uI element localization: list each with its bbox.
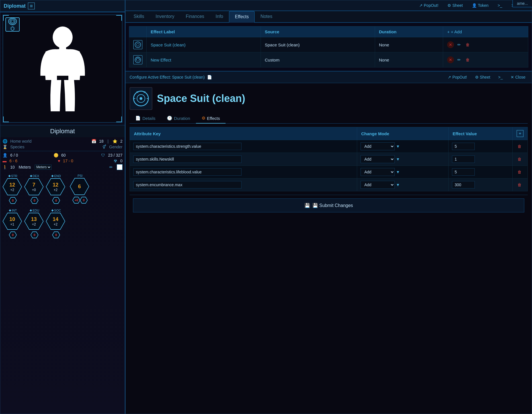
col-source: Source <box>261 26 375 37</box>
edu-mod: +2 <box>32 222 36 226</box>
tab-info[interactable]: Info <box>210 11 229 23</box>
attr-mode-select-3[interactable]: AddSubtractMultiplyDivideOverride <box>361 181 395 189</box>
submit-changes-button[interactable]: 💾 💾 Submit Changes <box>133 198 524 212</box>
tab-finances[interactable]: Finances <box>180 11 210 23</box>
gender-label: Gender <box>109 145 122 149</box>
attr-value-input-1[interactable] <box>452 155 475 163</box>
sheet-button[interactable]: ⚙ Sheet <box>445 2 465 9</box>
add-attribute-row-button[interactable]: + <box>517 130 523 137</box>
effect-delete-btn-1[interactable]: 🗑 <box>464 56 471 63</box>
hex-dex-sub: 0 <box>30 197 38 204</box>
svg-point-2 <box>11 27 14 30</box>
configure-popout-button[interactable]: ↗ PopOut! <box>445 74 469 81</box>
attr-key-cell-2 <box>130 166 357 179</box>
xp-value: 60 <box>61 153 66 157</box>
movement-dropdown[interactable]: Meters <box>35 165 52 170</box>
attr-int: ◆ INT 10 +1 0 <box>3 208 23 238</box>
attr-delete-btn-1[interactable]: 🗑 <box>516 156 523 163</box>
attr-value-input-2[interactable] <box>452 168 475 176</box>
attr-delete-btn-0[interactable]: 🗑 <box>516 143 523 150</box>
attr-key-input-0[interactable] <box>133 143 242 150</box>
terminal-label-cfg: >_ <box>498 75 503 79</box>
attr-delete-cell-3: 🗑 <box>513 179 528 191</box>
effect-delete-btn-0[interactable]: 🗑 <box>464 41 471 48</box>
close-label-cfg: ✕ Close <box>511 75 525 79</box>
attr-delete-btn-3[interactable]: 🗑 <box>516 181 523 188</box>
configure-close-button[interactable]: ✕ Close <box>508 74 528 81</box>
hex-int-sub: 0 <box>9 231 17 238</box>
diamond-icon-end: ◆ <box>51 174 54 178</box>
attr-value-input-3[interactable] <box>452 181 475 188</box>
tab-skills[interactable]: Skills <box>128 11 150 23</box>
hex-psi[interactable]: 6 <box>70 178 90 196</box>
plus-icon-add: + <box>447 29 450 34</box>
effect-edit-btn-1[interactable]: ✏ <box>456 56 463 63</box>
sub-tab-duration[interactable]: 🕐 Duration <box>161 113 196 124</box>
attribute-effects-table: Attribute Key Change Mode Effect Value + <box>130 127 528 191</box>
diamond-icon-dex: ◆ <box>30 174 32 178</box>
add-effect-button[interactable]: + + Add <box>447 29 462 34</box>
token-button[interactable]: 👤 Token <box>470 2 491 9</box>
tab-effects[interactable]: Effects <box>229 11 255 23</box>
attr-value-input-0[interactable] <box>452 143 475 150</box>
effect-disable-btn-0[interactable]: ✕ <box>447 41 454 48</box>
tab-notes[interactable]: Notes <box>255 11 278 23</box>
configure-sheet-button[interactable]: ⚙ Sheet <box>473 74 493 81</box>
hp-value: 6 / 0 <box>10 153 18 157</box>
stats-area: 🌐 Home world 📅 18 | ⭐ 2 ⌛ Species ⚥ Gend… <box>0 137 125 172</box>
tab-skills-label: Skills <box>134 14 144 19</box>
char-title: Diplomat <box>4 3 26 9</box>
person-icon: 👤 <box>3 153 7 157</box>
add-label: + Add <box>451 29 462 34</box>
color-swatch[interactable] <box>117 164 122 170</box>
svg-point-1 <box>11 20 14 23</box>
popout-icon: ↗ <box>419 3 423 8</box>
sub-tab-effects[interactable]: ⚙ Effects <box>196 113 226 124</box>
sub-tab-details[interactable]: 📄 Details <box>130 113 161 124</box>
attr-end: ◆ END 12 +2 0 <box>46 174 66 204</box>
tab-inventory[interactable]: Inventory <box>150 11 180 23</box>
character-silhouette <box>37 26 88 111</box>
end-value: 12 <box>53 182 58 188</box>
credits-value: 23 / 327 <box>108 153 122 157</box>
hex-end[interactable]: 12 +2 <box>46 178 66 196</box>
hex-dex[interactable]: 7 +0 <box>24 178 45 196</box>
attr-mode-select-1[interactable]: AddSubtractMultiplyDivideOverride <box>361 155 395 163</box>
attr-mode-select-0[interactable]: AddSubtractMultiplyDivideOverride <box>361 142 395 150</box>
attr-key-input-2[interactable] <box>133 168 242 176</box>
psi-value: 6 <box>78 184 81 190</box>
attr-key-input-1[interactable] <box>133 155 242 163</box>
svg-point-12 <box>135 42 141 48</box>
psi-sub-val: +0 <box>75 198 78 202</box>
effect-label-cell-1: New Effect <box>147 52 261 67</box>
int-mod: +1 <box>10 222 14 226</box>
terminal-button[interactable]: >_ <box>495 2 504 9</box>
edit-icon-char[interactable]: ✏ <box>109 165 113 169</box>
tab-bar: Skills Inventory Finances Info Effects N… <box>126 11 532 23</box>
helmet-icon <box>8 18 17 25</box>
tab-inventory-label: Inventory <box>155 14 174 19</box>
char-header-icon[interactable]: ⊞ <box>28 3 35 9</box>
attr-mode-cell-0: AddSubtractMultiplyDivideOverride ▼ <box>357 140 449 153</box>
attr-delete-btn-2[interactable]: 🗑 <box>516 169 523 175</box>
hex-edu[interactable]: 13 +2 <box>24 213 45 231</box>
effect-disable-btn-1[interactable]: ✕ <box>447 56 454 63</box>
hex-int[interactable]: 10 +1 <box>3 213 23 231</box>
walk-icon: 🚶 <box>3 165 7 169</box>
attr-mode-select-2[interactable]: AddSubtractMultiplyDivideOverride <box>361 168 395 176</box>
configure-sheet-label: Sheet <box>480 75 490 79</box>
attr-key-input-3[interactable] <box>133 181 242 188</box>
psi-sub-val2: 0 <box>83 198 85 202</box>
hex-str[interactable]: 12 +2 <box>3 178 23 196</box>
popout-button[interactable]: ↗ PopOut! <box>417 2 441 9</box>
attr-int-label: INT <box>12 209 17 212</box>
col-add[interactable]: + + Add <box>443 26 528 37</box>
hex-soc[interactable]: 14 +2 <box>46 213 66 231</box>
configure-terminal-button[interactable]: >_ <box>496 74 505 81</box>
effect-edit-btn-0[interactable]: ✏ <box>456 41 463 48</box>
svg-point-0 <box>10 19 15 24</box>
attr-edu: ◆ EDU 13 +2 0 <box>24 208 45 238</box>
dex-mod: +0 <box>32 188 36 192</box>
wounds-value: 6 - 6 <box>9 159 17 163</box>
hex-psi-sub2: 0 <box>80 197 88 204</box>
